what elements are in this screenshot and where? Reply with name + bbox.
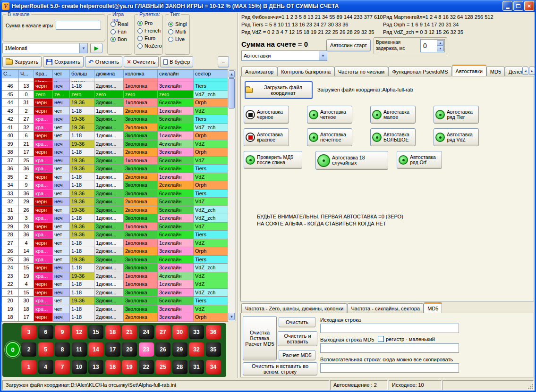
roulette-number-31[interactable]: 31 <box>189 360 204 374</box>
history-row[interactable]: 2836кра...чет19-363дюжи...3колонка6сикла… <box>2 231 228 239</box>
md5-clear-paste-calc-button[interactable]: Очистка Вставка Расчет MD5 <box>243 316 277 360</box>
bet-red-button[interactable]: Автоставка красное <box>244 128 289 146</box>
register-checkbox-row[interactable]: регистр - маленький <box>378 336 435 342</box>
bet-row-orf-button[interactable]: Автоставка ряд Orf <box>397 151 442 169</box>
md5-clear-and-paste-button[interactable]: Очистить и вставить <box>278 331 317 346</box>
bet-row-tier-button[interactable]: Автоставка ряд Tier <box>434 106 479 124</box>
autospin-start-button[interactable]: Автоспин старт <box>326 39 371 51</box>
history-row[interactable]: 224чернчет1-181дюжи...1колонка1сиклайнVd… <box>2 280 228 289</box>
bet-big-button[interactable]: Автоставка БОЛЬШОЕ <box>370 128 416 146</box>
bet-black-button[interactable]: Автоставка черное <box>244 106 289 124</box>
roulette-number-2[interactable]: 2 <box>21 342 36 357</box>
roulette-number-13[interactable]: 13 <box>88 360 103 374</box>
radio-option-singl[interactable]: Singl <box>165 20 187 28</box>
column-header-column[interactable]: колонка <box>124 70 158 78</box>
radio-option-nozero[interactable]: NoZero <box>135 42 162 50</box>
radio-option-bon[interactable]: Bon <box>108 35 128 43</box>
load-button[interactable]: Загрузить <box>2 56 42 67</box>
roulette-number-1[interactable]: 1 <box>21 360 36 374</box>
roulette-number-32[interactable]: 32 <box>189 342 204 357</box>
history-row[interactable]: 450zeroze...zerozerozerozeroVdZ_zch <box>2 91 228 99</box>
aux-string-input[interactable] <box>320 363 459 373</box>
radio-option-fan[interactable]: Fan <box>108 28 128 35</box>
roulette-number-20[interactable]: 20 <box>122 342 137 357</box>
roulette-number-25[interactable]: 25 <box>155 360 170 374</box>
resize-grip[interactable] <box>532 388 533 389</box>
checkbox-icon[interactable] <box>378 336 384 342</box>
minimize-button[interactable] <box>502 1 512 11</box>
column-header-sixline[interactable]: сиклайн <box>158 70 194 78</box>
roulette-number-6[interactable]: 6 <box>38 325 53 339</box>
to-buffer-button[interactable]: В буфер <box>160 56 193 67</box>
maximize-button[interactable] <box>513 1 523 11</box>
md5-clear-button[interactable]: Очистить <box>279 317 315 327</box>
radio-option-euro[interactable]: Euro <box>135 34 162 42</box>
roulette-number-10[interactable]: 10 <box>72 360 87 374</box>
start-preset-button[interactable]: ▶ <box>90 43 102 53</box>
preset-dropdown[interactable]: 1Melonati ▼ <box>2 43 88 53</box>
tab-scroll-left-icon[interactable]: ◄ <box>522 67 528 75</box>
roulette-number-0[interactable]: 0 <box>6 342 20 357</box>
tab-md5-bottom[interactable]: MD5 <box>424 302 442 313</box>
radio-option-french[interactable]: French <box>135 27 162 34</box>
title-bar[interactable]: V HelperRoullet 5.0- create helperroulle… <box>0 0 536 12</box>
history-row[interactable]: 4431черннеч19-363дюжи...1колонка6сиклайн… <box>2 99 228 107</box>
delay-spinner[interactable]: 0 ▲ ▼ <box>420 39 445 52</box>
roulette-number-21[interactable]: 21 <box>122 325 137 339</box>
roulette-number-22[interactable]: 22 <box>139 360 154 374</box>
check-md5-after-spin-button[interactable]: Проверить МД5 после спина <box>244 151 302 169</box>
roulette-number-26[interactable]: 26 <box>155 342 170 357</box>
bet-odd-button[interactable]: Автоставка нечетное <box>307 128 352 146</box>
column-header-dozen[interactable]: дюжина <box>94 70 124 78</box>
history-row[interactable]: 4227кра...неч19-363дюжи...3колонка5сикла… <box>2 115 228 124</box>
column-header-number[interactable]: Ч... <box>19 70 34 78</box>
roulette-number-24[interactable]: 24 <box>139 325 154 339</box>
chevron-down-icon[interactable]: ▼ <box>79 43 87 53</box>
tab-division[interactable]: Делени <box>505 67 522 76</box>
radio-option-pro[interactable]: Pro <box>135 19 162 27</box>
history-row[interactable]: 432чернчет1-181дюжи...2колонка1сиклайнVd… <box>2 107 228 116</box>
chevron-down-icon[interactable]: ▼ <box>319 51 327 60</box>
history-row[interactable]: 3126чернчет19-363дюжи...2колонка5сиклайн… <box>2 206 228 215</box>
history-row[interactable]: 2536кра...чет19-363дюжи...3колонка6сикла… <box>2 256 228 264</box>
history-row[interactable]: 303кра...неч1-181дюжи...3колонка1сиклайн… <box>2 214 228 223</box>
history-row[interactable]: 3725кра...неч19-363дюжи...1колонка5сикла… <box>2 157 228 165</box>
bet-18-random-button[interactable]: Автоставка 18 случайных <box>315 151 388 170</box>
roulette-number-9[interactable]: 9 <box>55 325 70 339</box>
output-md5-input[interactable] <box>320 343 459 353</box>
history-row[interactable]: 349кра...неч1-181дюжи...3колонка2сиклайн… <box>2 181 228 190</box>
history-row[interactable]: 2115черннеч1-182дюжи...3колонка3сиклайнV… <box>2 289 228 297</box>
load-coordinates-button[interactable]: Загрузить файл координат <box>245 81 313 99</box>
table-scrollbar[interactable]: ▲ ▼ <box>228 69 236 321</box>
radio-option-real[interactable]: Real <box>108 20 128 28</box>
save-button[interactable]: Сохранить <box>43 56 84 67</box>
roulette-number-17[interactable]: 17 <box>105 342 120 357</box>
tab-bankroll-control[interactable]: Контроль банкролла <box>277 67 334 76</box>
clear-paste-aux-button[interactable]: Очистить и вставить во вспом. строку <box>243 362 317 375</box>
history-row[interactable]: 2614кра...чет1-182дюжи...2колонка3сиклай… <box>2 247 228 256</box>
roulette-number-30[interactable]: 30 <box>172 325 187 339</box>
history-row[interactable]: 3229черннеч19-363дюжи...2колонка5сиклайн… <box>2 198 228 206</box>
history-row[interactable]: 3336кра...чет19-363дюжи...3колонка6сикла… <box>2 190 228 198</box>
history-row[interactable]: 2928чернчет19-363дюжи...1колонка5сиклайн… <box>2 223 228 231</box>
tab-number-frequencies[interactable]: Частоты по числам <box>334 67 388 76</box>
md5-calc-button[interactable]: Расчет MD5 <box>279 350 315 360</box>
tab-analyzer[interactable]: Анализатор <box>241 67 277 76</box>
column-header-spin[interactable]: С... <box>2 70 19 78</box>
bet-row-vdz-button[interactable]: Автоставка ряд VdZ <box>434 128 479 146</box>
close-button[interactable]: × <box>524 1 534 11</box>
roulette-number-36[interactable]: 36 <box>206 325 221 339</box>
column-header-parity[interactable]: чет <box>53 70 70 78</box>
roulette-number-19[interactable]: 19 <box>122 360 137 374</box>
roulette-number-16[interactable]: 16 <box>105 360 120 374</box>
history-row[interactable]: 406чернчет1-181дюжи...3колонка1сиклайнOr… <box>2 132 228 140</box>
roulette-number-29[interactable]: 29 <box>172 342 187 357</box>
undo-button[interactable]: ↶Отменить <box>85 56 122 67</box>
roulette-number-33[interactable]: 33 <box>189 325 204 339</box>
spinner-up-icon[interactable]: ▲ <box>437 40 444 46</box>
roulette-number-5[interactable]: 5 <box>38 342 53 357</box>
history-row[interactable]: 274чернчет1-181дюжи...1колонка1сиклайнVd… <box>2 239 228 248</box>
history-row[interactable]: 4613черннеч1-182дюжи...1колонка3сиклайнT… <box>2 82 228 91</box>
tab-md5[interactable]: MD5 <box>486 67 505 76</box>
roulette-number-7[interactable]: 7 <box>55 360 70 374</box>
